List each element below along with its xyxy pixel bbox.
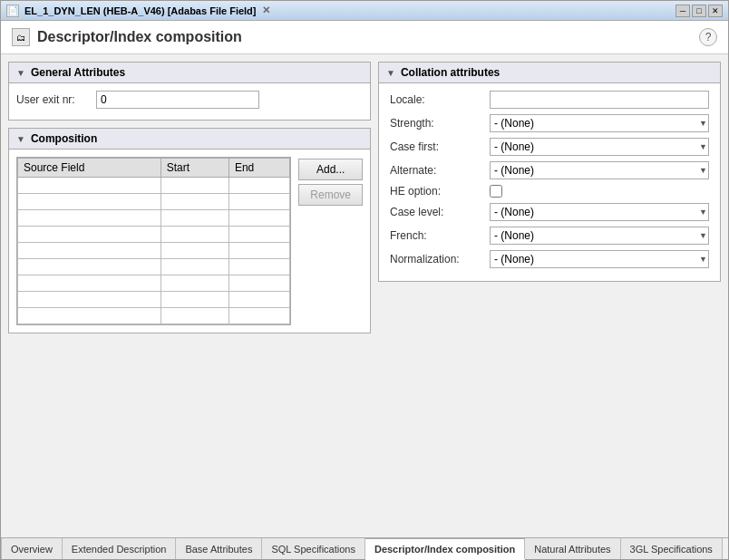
- close-x: ✕: [262, 5, 270, 16]
- col-end: End: [228, 159, 289, 178]
- alternate-label: Alternate:: [390, 164, 490, 177]
- page-title: Descriptor/Index composition: [37, 29, 242, 45]
- alternate-select[interactable]: - (None) Shifted Non-ignorable: [490, 161, 709, 179]
- table-row: [18, 275, 290, 292]
- table-row: [18, 194, 290, 210]
- strength-select[interactable]: - (None) Primary Secondary Tertiary: [490, 114, 709, 132]
- table-row: [18, 292, 290, 308]
- french-select-wrapper: - (None) On Off ▼: [490, 227, 709, 245]
- table-row: [18, 178, 290, 194]
- remove-button[interactable]: Remove: [298, 184, 363, 206]
- strength-row: Strength: - (None) Primary Secondary Ter…: [390, 114, 709, 132]
- strength-select-wrapper: - (None) Primary Secondary Tertiary ▼: [490, 114, 709, 132]
- window-title: EL_1_DYN_LEN (HEB-A_V46) [Adabas File Fi…: [24, 5, 257, 16]
- collation-title: Collation attributes: [401, 66, 500, 79]
- title-bar: 📄 EL_1_DYN_LEN (HEB-A_V46) [Adabas File …: [1, 1, 728, 21]
- help-button[interactable]: ?: [699, 28, 717, 46]
- tab-descriptor-index-composition[interactable]: Descriptor/Index composition: [365, 538, 525, 560]
- tab-natural-attributes[interactable]: Natural Attributes: [525, 538, 620, 559]
- collation-arrow: ▼: [386, 68, 395, 78]
- window-icon: 📄: [6, 5, 19, 17]
- col-source-field: Source Field: [18, 159, 161, 178]
- tab-3gl-specifications[interactable]: 3GL Specifications: [621, 538, 723, 559]
- main-window: 📄 EL_1_DYN_LEN (HEB-A_V46) [Adabas File …: [0, 0, 729, 560]
- close-button[interactable]: ✕: [708, 5, 723, 17]
- alternate-row: Alternate: - (None) Shifted Non-ignorabl…: [390, 161, 709, 179]
- tab-overview[interactable]: Overview: [1, 538, 63, 559]
- he-option-row: HE option:: [390, 185, 709, 198]
- table-row: [18, 227, 290, 243]
- title-bar-left: 📄 EL_1_DYN_LEN (HEB-A_V46) [Adabas File …: [6, 5, 270, 17]
- composition-area: Source Field Start End: [16, 157, 363, 325]
- french-row: French: - (None) On Off ▼: [390, 227, 709, 245]
- composition-table: Source Field Start End: [17, 158, 290, 324]
- composition-header: ▼ Composition: [9, 129, 370, 150]
- general-attributes-arrow: ▼: [16, 68, 25, 78]
- case-first-row: Case first: - (None) Upper Lower ▼: [390, 138, 709, 156]
- composition-table-container: Source Field Start End: [16, 157, 291, 325]
- table-row: [18, 243, 290, 259]
- case-first-select-wrapper: - (None) Upper Lower ▼: [490, 138, 709, 156]
- content-area: ▼ General Attributes User exit nr: ▼ Com…: [1, 54, 728, 537]
- normalization-select-wrapper: - (None) On Off ▼: [490, 250, 709, 268]
- page-icon: 🗂: [12, 28, 30, 46]
- col-start: Start: [160, 159, 228, 178]
- case-level-select[interactable]: - (None) On Off: [490, 203, 709, 221]
- normalization-row: Normalization: - (None) On Off ▼: [390, 250, 709, 268]
- general-attributes-header: ▼ General Attributes: [9, 63, 370, 83]
- locale-label: Locale:: [390, 93, 490, 106]
- normalization-select[interactable]: - (None) On Off: [490, 250, 709, 268]
- user-exit-row: User exit nr:: [16, 91, 363, 109]
- strength-label: Strength:: [390, 117, 490, 130]
- left-panel: ▼ General Attributes User exit nr: ▼ Com…: [8, 62, 371, 530]
- page-title-row: 🗂 Descriptor/Index composition: [12, 28, 242, 46]
- composition-section: ▼ Composition Source Field Start: [8, 128, 371, 333]
- locale-input[interactable]: [490, 91, 709, 109]
- case-first-select[interactable]: - (None) Upper Lower: [490, 138, 709, 156]
- collation-header: ▼ Collation attributes: [379, 63, 720, 83]
- window-controls: ─ □ ✕: [676, 5, 723, 17]
- tab-extended-description[interactable]: Extended Description: [63, 538, 177, 559]
- table-row: [18, 259, 290, 275]
- french-select[interactable]: - (None) On Off: [490, 227, 709, 245]
- normalization-label: Normalization:: [390, 253, 490, 266]
- composition-title: Composition: [31, 132, 97, 145]
- case-level-select-wrapper: - (None) On Off ▼: [490, 203, 709, 221]
- case-level-label: Case level:: [390, 206, 490, 218]
- general-attributes-section: ▼ General Attributes User exit nr:: [8, 62, 371, 121]
- locale-row: Locale:: [390, 91, 709, 109]
- user-exit-label: User exit nr:: [16, 93, 89, 106]
- tab-sql-specifications[interactable]: SQL Specifications: [262, 538, 365, 559]
- add-button[interactable]: Add...: [298, 159, 363, 180]
- user-exit-input[interactable]: [96, 91, 259, 109]
- collation-section: ▼ Collation attributes Locale: Strength:: [378, 62, 721, 282]
- alternate-select-wrapper: - (None) Shifted Non-ignorable ▼: [490, 161, 709, 179]
- french-label: French:: [390, 229, 490, 242]
- right-panel: ▼ Collation attributes Locale: Strength:: [378, 62, 721, 530]
- he-option-label: HE option:: [390, 185, 490, 198]
- maximize-button[interactable]: □: [692, 5, 706, 17]
- composition-buttons: Add... Remove: [298, 157, 363, 206]
- table-row: [18, 308, 290, 324]
- tab-base-attributes[interactable]: Base Attributes: [176, 538, 262, 559]
- general-attributes-content: User exit nr:: [9, 83, 370, 120]
- collation-content: Locale: Strength: - (None) Primary Secon…: [379, 83, 720, 281]
- composition-table-grid: Source Field Start End: [16, 157, 291, 325]
- case-first-label: Case first:: [390, 140, 490, 153]
- composition-content: Source Field Start End: [9, 150, 370, 333]
- table-row: [18, 210, 290, 227]
- general-attributes-title: General Attributes: [31, 66, 125, 79]
- he-option-checkbox[interactable]: [490, 185, 502, 198]
- page-header: 🗂 Descriptor/Index composition ?: [1, 21, 728, 54]
- case-level-row: Case level: - (None) On Off ▼: [390, 203, 709, 221]
- minimize-button[interactable]: ─: [676, 5, 690, 17]
- composition-arrow: ▼: [16, 134, 25, 144]
- bottom-tabs: Overview Extended Description Base Attri…: [1, 537, 728, 559]
